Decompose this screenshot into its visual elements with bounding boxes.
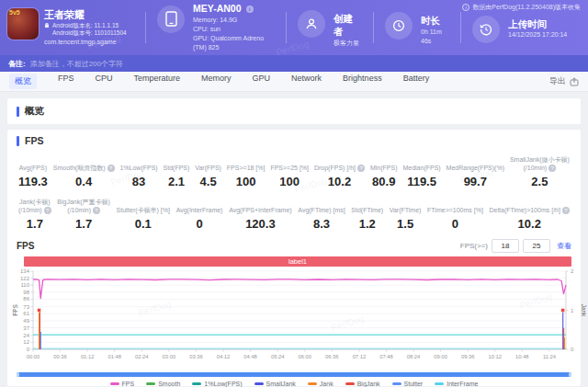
stat-item: SmallJank(微小卡顿)(/10min)?2.5 xyxy=(508,155,571,188)
svg-text:98: 98 xyxy=(23,290,29,295)
chart-zoom-scrollbar[interactable] xyxy=(17,372,571,377)
legend-item-Smooth[interactable]: Smooth xyxy=(146,381,180,387)
legend-swatch xyxy=(435,382,444,385)
stat-value: 0 xyxy=(452,217,458,231)
stat-value: 120.3 xyxy=(245,217,276,231)
stat-item: FPS>=25 [%]100 xyxy=(268,164,311,188)
legend-item-Jank[interactable]: Jank xyxy=(308,381,334,387)
fps-threshold-high-input[interactable] xyxy=(523,239,550,253)
svg-text:06:00: 06:00 xyxy=(298,354,311,359)
stat-label: Min(FPS) xyxy=(370,164,398,172)
legend-item-FPS[interactable]: FPS xyxy=(110,381,135,387)
stat-value: 0 xyxy=(196,217,202,231)
perfdog-version-note: i 数据由PerfDog(11.2.250408)版本收集 xyxy=(462,3,581,12)
fps-threshold-low-input[interactable] xyxy=(492,239,519,253)
legend-item-Stutter[interactable]: Stutter xyxy=(392,381,424,387)
metric-info-icon[interactable]: ? xyxy=(357,165,365,172)
stat-item: Std(FPS)2.1 xyxy=(162,164,192,188)
overview-title: 概览 xyxy=(17,105,571,118)
report-header: 5v5 王者荣耀 Android版本名: 11.1.1.15 Android版本… xyxy=(0,0,588,55)
stat-item: Var(FPS)4.5 xyxy=(193,164,223,188)
stat-item: Std(FTime)1.2 xyxy=(349,206,385,231)
legend-item-InterFrame[interactable]: InterFrame xyxy=(435,381,478,387)
duration-block: 时长 0h 11m 46s xyxy=(374,9,460,46)
fps-threshold-control: FPS(>=) 查看 xyxy=(460,239,571,253)
remark-bar[interactable]: 备注: 添加备注，不超过200个字符 xyxy=(0,55,588,72)
tab-Network[interactable]: Network xyxy=(291,74,322,89)
tab-Temperature[interactable]: Temperature xyxy=(134,74,181,89)
tab-Brightness[interactable]: Brightness xyxy=(343,74,382,89)
svg-text:09:00: 09:00 xyxy=(434,354,447,359)
tab-CPU[interactable]: CPU xyxy=(96,74,113,89)
tab-概览[interactable]: 概览 xyxy=(9,74,37,89)
android-version-code: Android版本号: 1101011504 xyxy=(52,29,127,37)
svg-text:12: 12 xyxy=(23,340,29,346)
creator-value: 极客力量 xyxy=(334,39,362,48)
svg-text:37: 37 xyxy=(23,325,29,331)
stat-item: Jank(卡顿)(/10min)?1.7 xyxy=(17,198,53,231)
android-version-name: Android版本名: 11.1.1.15 xyxy=(52,22,119,29)
svg-text:01:12: 01:12 xyxy=(81,354,95,359)
stat-item: Median(FPS)119.5 xyxy=(401,164,442,188)
stat-value: 1.7 xyxy=(75,217,92,231)
svg-text:07:12: 07:12 xyxy=(353,354,367,359)
svg-text:Jank: Jank xyxy=(581,304,587,317)
metric-info-icon[interactable]: ? xyxy=(107,165,115,172)
svg-text:49: 49 xyxy=(23,318,29,324)
tab-FPS[interactable]: FPS xyxy=(58,74,74,89)
legend-swatch xyxy=(146,382,155,385)
stat-item: Avg(InterFrame)0 xyxy=(175,206,225,231)
upload-block: 上传时间 14/12/2025 17:20:14 xyxy=(461,13,578,43)
svg-text:03:00: 03:00 xyxy=(163,354,176,359)
metric-info-icon[interactable]: ? xyxy=(44,207,51,214)
legend-swatch xyxy=(192,382,201,385)
device-info-icon[interactable]: i xyxy=(246,6,254,13)
stat-label: Avg(FPS) xyxy=(19,164,47,172)
stat-item: Avg(FTime) [ms]8.3 xyxy=(296,206,346,231)
stat-value: 80.9 xyxy=(372,175,395,188)
stat-item: Stutter(卡顿率) [%]0.1 xyxy=(115,206,172,231)
stat-value: 119.5 xyxy=(407,175,436,188)
chart-label-banner: label1 xyxy=(24,256,571,267)
duration-value: 0h 11m 46s xyxy=(421,28,449,46)
stat-label: Var(FTime) xyxy=(390,206,422,214)
fps-line-chart[interactable]: 0122437496173869811012213401200:0000:360… xyxy=(11,267,588,370)
svg-text:24: 24 xyxy=(23,333,29,338)
fps-stats-row-1: Avg(FPS)119.3Smooth(顺滑指数)?0.41%Low(FPS)8… xyxy=(17,155,571,188)
stat-label: Smooth(顺滑指数)? xyxy=(53,164,115,172)
legend-label: 1%Low(FPS) xyxy=(204,381,242,387)
fps-section: FPS Avg(FPS)119.3Smooth(顺滑指数)?0.41%Low(F… xyxy=(7,130,581,386)
stat-label: Stutter(卡顿率) [%] xyxy=(117,206,170,214)
metric-info-icon[interactable]: ? xyxy=(93,207,100,214)
export-button[interactable]: 导出 xyxy=(549,75,579,87)
app-icon-badge: 5v5 xyxy=(9,9,20,16)
svg-text:110: 110 xyxy=(20,283,29,289)
tab-GPU[interactable]: GPU xyxy=(253,74,271,89)
legend-swatch xyxy=(254,382,264,385)
svg-text:10:48: 10:48 xyxy=(515,354,529,359)
app-package: com.tencent.tmgp.sgame xyxy=(44,39,127,47)
device-block: MEY-AN00 i Memory: 14.9G CPU: sun GPU: Q… xyxy=(146,3,286,52)
svg-text:02:24: 02:24 xyxy=(135,354,149,359)
metric-info-icon[interactable]: ? xyxy=(548,165,556,172)
svg-text:11:24: 11:24 xyxy=(543,354,557,359)
fps-threshold-apply-link[interactable]: 查看 xyxy=(557,241,571,251)
stat-item: Avg(FPS)119.3 xyxy=(17,164,50,188)
stat-item: Var(FTime)1.5 xyxy=(388,206,424,231)
device-model: MEY-AN00 xyxy=(193,3,242,16)
svg-text:09:36: 09:36 xyxy=(461,354,475,359)
metric-info-icon[interactable]: ? xyxy=(562,207,570,214)
stat-label: Median(FPS) xyxy=(402,164,440,172)
stat-label: Avg(FTime) [ms] xyxy=(298,206,345,214)
legend-item-BigJank[interactable]: BigJank xyxy=(345,381,380,387)
tabs: 概览FPSCPUTemperatureMemoryGPUNetworkBrigh… xyxy=(9,74,549,89)
legend-item-1%Low(FPS)[interactable]: 1%Low(FPS) xyxy=(192,381,242,387)
legend-item-SmallJank[interactable]: SmallJank xyxy=(254,381,296,387)
svg-text:00:00: 00:00 xyxy=(27,354,40,359)
stat-item: 1%Low(FPS)83 xyxy=(118,164,159,188)
stat-value: 1.2 xyxy=(359,217,376,231)
tab-Battery[interactable]: Battery xyxy=(403,74,430,89)
metric-tab-bar: 概览FPSCPUTemperatureMemoryGPUNetworkBrigh… xyxy=(0,72,588,92)
tab-Memory[interactable]: Memory xyxy=(201,74,232,89)
stat-label: FPS>=18 [%] xyxy=(227,164,266,172)
